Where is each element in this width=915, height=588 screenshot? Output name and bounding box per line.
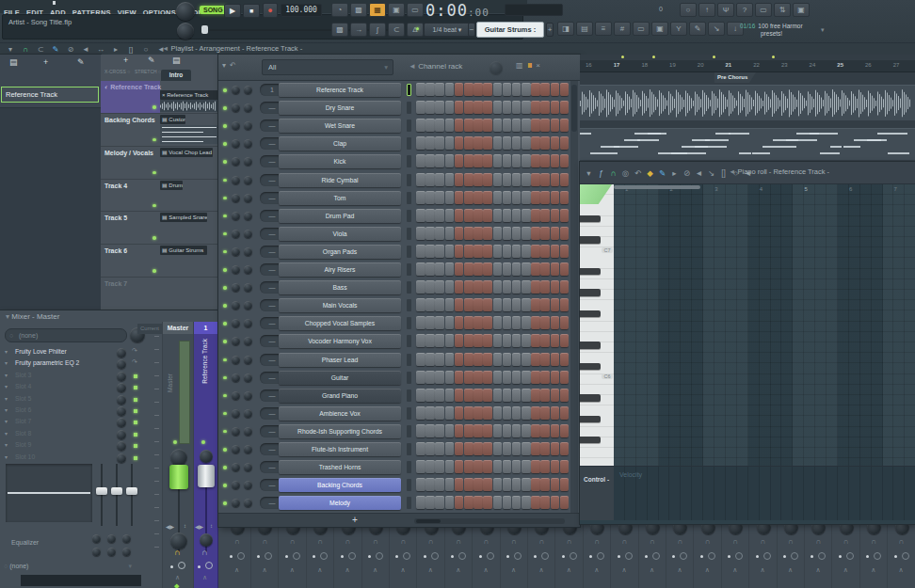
step-cell[interactable] xyxy=(464,406,474,420)
step-cell[interactable] xyxy=(540,280,550,294)
caret-up-icon[interactable]: ∧ xyxy=(317,566,322,574)
mute-led[interactable] xyxy=(783,555,786,558)
plus-icon[interactable]: + xyxy=(43,57,48,68)
channel-button[interactable]: Bass xyxy=(279,280,401,294)
step-cell[interactable] xyxy=(464,460,474,473)
caret-up-icon[interactable]: ∧ xyxy=(538,566,543,574)
channel-pan-knob[interactable] xyxy=(232,103,240,112)
step-cell[interactable] xyxy=(435,406,444,420)
mixer-title[interactable]: ▾ Mixer - Master xyxy=(6,312,59,321)
step-cell[interactable] xyxy=(560,371,569,384)
step-cell[interactable] xyxy=(531,389,540,402)
step-cell[interactable] xyxy=(551,209,560,222)
channel-led[interactable] xyxy=(223,232,227,236)
step-cell[interactable] xyxy=(522,442,531,455)
step-cell[interactable] xyxy=(455,136,464,150)
step-cell[interactable] xyxy=(531,353,540,366)
mute-led[interactable] xyxy=(672,555,675,558)
track-led[interactable] xyxy=(152,105,156,109)
eq-knob[interactable] xyxy=(107,548,116,556)
step-cell[interactable] xyxy=(483,154,492,167)
mute-led[interactable] xyxy=(700,555,703,558)
piano-key-black[interactable] xyxy=(580,342,601,349)
clip-header[interactable]: ▤ Vocal Chop Lead xyxy=(160,148,213,157)
step-cell[interactable] xyxy=(493,209,503,222)
mute-led[interactable] xyxy=(811,555,813,558)
mute-led[interactable] xyxy=(534,555,537,558)
step-cell[interactable] xyxy=(435,460,444,473)
mixer-track[interactable]: ∩∧ xyxy=(750,516,778,588)
step-cell[interactable] xyxy=(416,101,425,114)
rack-swing-knob[interactable] xyxy=(490,61,503,74)
swap-icon[interactable]: ⇅ xyxy=(774,3,791,17)
step-cell[interactable] xyxy=(474,154,483,167)
step-cell[interactable] xyxy=(464,191,474,204)
step-cell[interactable] xyxy=(445,353,455,366)
headphone-icon[interactable]: ∩ xyxy=(871,537,876,546)
solo-ring[interactable] xyxy=(514,552,522,560)
solo-ring[interactable] xyxy=(902,552,909,560)
step-cell[interactable] xyxy=(455,460,464,473)
channel-pan-knob[interactable] xyxy=(232,373,240,382)
headphone-icon[interactable]: ∩ xyxy=(484,537,490,546)
mixer-track[interactable]: ∩∧ xyxy=(666,516,694,588)
step-cell[interactable] xyxy=(560,280,569,294)
channel-volume-knob[interactable] xyxy=(244,391,252,400)
step-cell[interactable] xyxy=(493,173,503,186)
channel-led[interactable] xyxy=(223,501,227,505)
step-cell[interactable] xyxy=(435,316,444,329)
step-cell[interactable] xyxy=(551,191,560,204)
mute-led[interactable] xyxy=(313,555,315,558)
step-cell[interactable] xyxy=(540,478,550,491)
caret-up-icon[interactable]: ∧ xyxy=(400,566,405,574)
channel-button[interactable]: Organ Pads xyxy=(279,245,401,259)
channel-pan-knob[interactable] xyxy=(232,356,240,364)
step-cell[interactable] xyxy=(503,316,512,329)
step-cell[interactable] xyxy=(435,280,444,294)
channel-pan-knob[interactable] xyxy=(232,409,240,418)
step-cell[interactable] xyxy=(522,353,531,366)
step-cell[interactable] xyxy=(540,101,550,114)
step-cell[interactable] xyxy=(551,371,560,384)
eq-knob[interactable] xyxy=(122,548,131,556)
copy-icon[interactable]: ▣ xyxy=(388,3,405,17)
record-icon[interactable]: ◎ xyxy=(619,163,632,183)
step-cell[interactable] xyxy=(483,406,492,420)
channel-pan-knob[interactable] xyxy=(232,139,240,148)
step-cell[interactable] xyxy=(503,119,512,132)
step-cell[interactable] xyxy=(455,334,464,347)
playlist-track-row[interactable]: Track 6▤ Guitar Strums xyxy=(101,245,218,278)
step-cell[interactable] xyxy=(435,496,444,509)
speaker-icon[interactable]: ◄ xyxy=(78,44,93,55)
mute-led[interactable] xyxy=(395,555,398,558)
channel-led[interactable] xyxy=(223,466,227,469)
step-cell[interactable] xyxy=(503,173,512,186)
channel-led[interactable] xyxy=(223,394,227,398)
mute-led[interactable] xyxy=(756,555,759,558)
step-cell[interactable] xyxy=(425,173,435,186)
step-cell[interactable] xyxy=(474,334,483,347)
caret-up-icon[interactable]: ∧ xyxy=(373,566,377,574)
step-cell[interactable] xyxy=(416,298,425,311)
step-cell[interactable] xyxy=(493,83,503,96)
channel-pan-knob[interactable] xyxy=(232,445,240,453)
channel-pan-knob[interactable] xyxy=(232,301,240,310)
step-cell[interactable] xyxy=(551,227,560,240)
step-cell[interactable] xyxy=(493,334,503,347)
channel-pan-knob[interactable] xyxy=(232,194,240,202)
solo-ring[interactable] xyxy=(265,552,272,560)
step-cell[interactable] xyxy=(540,460,550,473)
mic-icon[interactable]: Ψ xyxy=(717,3,734,17)
step-cell[interactable] xyxy=(540,154,550,167)
step-cell[interactable] xyxy=(551,496,560,509)
step-cell[interactable] xyxy=(560,316,569,329)
slot-mix-knob[interactable] xyxy=(117,441,126,451)
channel-pan-knob[interactable] xyxy=(232,463,240,471)
step-cell[interactable] xyxy=(512,245,522,258)
step-cell[interactable] xyxy=(435,442,444,455)
keyboard-icon[interactable]: ▦ xyxy=(369,3,386,17)
solo-ring[interactable] xyxy=(431,552,439,560)
step-cell[interactable] xyxy=(455,119,464,132)
slot-caret-icon[interactable]: ▾ xyxy=(5,395,8,402)
solo-ring[interactable] xyxy=(791,552,798,560)
